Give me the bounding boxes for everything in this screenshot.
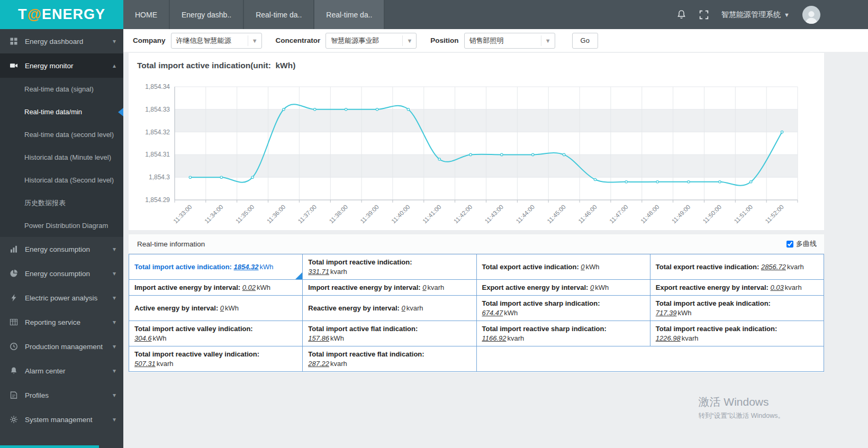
multi-curve-label: 多曲线 <box>796 239 817 249</box>
metric-unit: kvarh <box>330 360 347 368</box>
sidebar-item-electric-power-analysis[interactable]: Electric power analysis▾ <box>0 286 123 310</box>
user-system-menu[interactable]: 智慧能源管理系统 ▼ <box>721 10 790 20</box>
sidebar-item-label: Reporting service <box>25 318 80 326</box>
metric-cell[interactable]: Reactive energy by interval: 0kvarh <box>303 296 476 321</box>
sidebar-subitem-power-distribution-diagram[interactable]: Power Distribution Diagram <box>0 214 123 237</box>
concentrator-select[interactable]: 智慧能源事业部 ▼ <box>326 33 417 49</box>
nav-tab-real-time-da[interactable]: Real-time da.. <box>244 0 314 29</box>
metric-cell[interactable]: Total import active sharp indication: 67… <box>476 296 650 321</box>
metric-value[interactable]: 674.47 <box>482 309 503 317</box>
sidebar-subitem-item-5[interactable]: 历史数据报表 <box>0 191 123 214</box>
sidebar-subitem-historical-data-minute-level[interactable]: Historical data (Minute level) <box>0 146 123 169</box>
metric-value[interactable]: 0.03 <box>771 284 784 291</box>
chevron-down-icon: ▾ <box>113 38 116 45</box>
nav-right-controls: 智慧能源管理系统 ▼ <box>676 0 868 29</box>
metric-value[interactable]: 0 <box>581 263 584 271</box>
sidebar-item-alarm-center[interactable]: Alarm center▾ <box>0 359 123 383</box>
monitor-icon <box>10 61 19 70</box>
metric-value[interactable]: 0 <box>220 304 224 312</box>
chevron-up-icon: ▴ <box>113 62 116 69</box>
line-chart[interactable]: 1,854.291,854.31,854.311,854.321,854.331… <box>129 70 824 229</box>
table-row: Total import reactive valley indication:… <box>129 346 824 372</box>
windows-activation-watermark: 激活 Windows 转到“设置”以激活 Windows。 <box>698 395 784 420</box>
position-select[interactable]: 销售部照明 ▼ <box>464 33 555 49</box>
sidebar-subitem-real-time-data-second-level[interactable]: Real-time data (second level) <box>0 123 123 146</box>
sidebar-item-energy-consumption[interactable]: Energy consumption▾ <box>0 237 123 261</box>
metric-cell[interactable]: Export active energy by interval: 0kWh <box>476 280 650 296</box>
metric-cell[interactable]: Total export reactive indication: 2856.7… <box>650 254 824 280</box>
metric-value[interactable]: 0 <box>590 284 594 291</box>
sidebar-item-energy-dashboard[interactable]: Energy dashboard▾ <box>0 29 123 53</box>
go-button[interactable]: Go <box>572 33 598 49</box>
chevron-down-icon: ▾ <box>113 343 116 350</box>
nav-tab-real-time-da[interactable]: Real-time da.. <box>314 0 385 29</box>
sidebar-item-reporting-service[interactable]: Reporting service▾ <box>0 310 123 334</box>
multi-curve-toggle[interactable]: 多曲线 <box>786 239 817 249</box>
metric-value[interactable]: 2856.72 <box>761 263 786 271</box>
content-area: Total import active indication(unit: kWh… <box>123 52 868 448</box>
metric-label: Reactive energy by interval: <box>308 304 400 312</box>
metric-label: Total import active sharp indication: <box>482 299 645 307</box>
metric-value[interactable]: 1854.32 <box>234 263 259 271</box>
metric-cell[interactable]: Total import active indication: 1854.32k… <box>129 254 303 280</box>
sidebar-item-production-management[interactable]: Production management▾ <box>0 334 123 359</box>
metric-cell[interactable]: Total import reactive valley indication:… <box>129 346 303 372</box>
sidebar-item-profiles[interactable]: Profiles▾ <box>0 383 123 407</box>
svg-text:11:35:00: 11:35:00 <box>234 204 256 225</box>
metric-cell[interactable]: Active energy by interval: 0kWh <box>129 296 303 321</box>
sidebar-subitem-real-time-data-signal[interactable]: Real-time data (signal) <box>0 78 123 100</box>
metric-cell[interactable]: Total export active indication: 0kWh <box>476 254 650 280</box>
app-root: T@ENERGY Energy dashboard▾Energy monitor… <box>0 0 868 448</box>
metric-cell[interactable]: Export reactive energy by interval: 0.03… <box>650 280 824 296</box>
metric-label: Total export active indication: <box>482 263 579 271</box>
metric-cell[interactable]: Import active energy by interval: 0.02kW… <box>129 280 303 296</box>
metric-value[interactable]: 331.71 <box>308 268 329 276</box>
chevron-down-icon: ▼ <box>784 12 790 18</box>
chevron-down-icon: ▾ <box>113 391 116 399</box>
sidebar-horizontal-scrollbar-thumb[interactable] <box>0 445 99 448</box>
metric-unit: kWh <box>260 263 274 271</box>
nav-tab-home[interactable]: HOME <box>123 0 170 29</box>
metric-unit: kvarh <box>157 360 174 368</box>
profiles-icon <box>10 391 19 399</box>
metric-value[interactable]: 0 <box>402 304 405 312</box>
metric-value[interactable]: 0 <box>422 284 426 291</box>
metric-cell[interactable]: Total import active flat indication: 157… <box>303 321 476 346</box>
metric-label: Total import active peak indication: <box>656 299 818 307</box>
sidebar-item-energy-consumption[interactable]: Energy consumption▾ <box>0 261 123 286</box>
fullscreen-icon[interactable] <box>699 10 709 20</box>
metric-unit: kWh <box>586 263 600 271</box>
metric-cell[interactable]: Total import reactive flat indication: 2… <box>303 346 476 372</box>
sidebar-subitem-real-time-data-min[interactable]: Real-time data/min <box>0 100 123 123</box>
energy-consumption-icon <box>10 245 19 253</box>
sidebar-subitem-historical-data-second-level[interactable]: Historical data (Second level) <box>0 169 123 191</box>
metric-value[interactable]: 287.22 <box>308 360 329 368</box>
metric-unit: kvarh <box>406 304 423 312</box>
metric-cell[interactable]: Total import reactive peak indication: 1… <box>650 321 824 346</box>
metric-unit: kWh <box>225 304 239 312</box>
nav-tab-energy-dashb[interactable]: Energy dashb.. <box>170 0 244 29</box>
notification-bell-icon[interactable] <box>676 10 686 20</box>
sidebar-item-label: Production management <box>25 343 103 351</box>
sidebar-item-energy-monitor[interactable]: Energy monitor▴ <box>0 53 123 78</box>
metric-value[interactable]: 1226.98 <box>656 334 681 342</box>
multi-curve-checkbox[interactable] <box>786 241 793 248</box>
metric-cell[interactable]: Total import reactive sharp indication: … <box>476 321 650 346</box>
metric-value[interactable]: 717.39 <box>656 309 677 317</box>
metric-cell[interactable]: Import reactive energy by interval: 0kva… <box>303 280 476 296</box>
metric-cell[interactable]: Total import active peak indication: 717… <box>650 296 824 321</box>
metric-value[interactable]: 507.31 <box>134 360 156 368</box>
metric-cell[interactable]: Total import reactive indication: 331.71… <box>303 254 476 280</box>
logo-at-icon: @ <box>28 6 42 23</box>
metric-value[interactable]: 0.02 <box>242 284 256 291</box>
company-select[interactable]: 许继信息智慧能源 ▼ <box>171 33 262 49</box>
metric-value[interactable]: 304.6 <box>134 334 152 342</box>
sidebar-submenu: Real-time data (signal)Real-time data/mi… <box>0 78 123 237</box>
metric-value[interactable]: 1166.92 <box>482 334 507 342</box>
metric-cell[interactable]: Total import active valley indication: 3… <box>129 321 303 346</box>
metric-value[interactable]: 157.86 <box>308 334 329 342</box>
realtime-panel: Real-time information 多曲线 Total import a… <box>129 234 824 372</box>
svg-text:11:45:00: 11:45:00 <box>546 204 567 225</box>
sidebar-item-system-management[interactable]: System management▾ <box>0 407 123 432</box>
avatar[interactable] <box>802 6 820 24</box>
